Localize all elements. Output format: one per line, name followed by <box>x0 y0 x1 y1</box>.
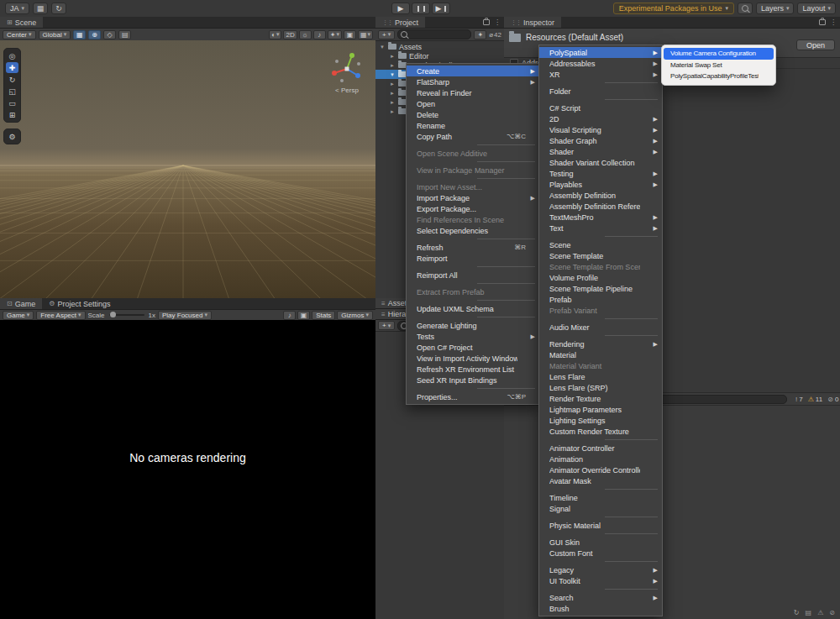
tool-handle-icon[interactable]: ◇ <box>103 30 116 39</box>
move-tool-icon[interactable]: ✚ <box>6 62 18 73</box>
search-icon[interactable] <box>738 3 753 14</box>
menu-item[interactable]: Properties... ⌥⌘P <box>407 391 539 402</box>
menu-item[interactable]: Lightmap Parameters <box>539 404 662 415</box>
menu-item[interactable]: Lighting Settings <box>539 415 662 426</box>
menu-item[interactable]: Reimport All <box>407 270 539 281</box>
menu-item[interactable]: Addressables ▶ <box>539 58 662 69</box>
display-dropdown[interactable]: Game▾ <box>3 311 34 320</box>
expand-arrow-icon[interactable]: ► <box>389 100 396 105</box>
open-button[interactable]: Open <box>796 39 835 50</box>
menu-item[interactable]: Timeline <box>539 492 662 503</box>
account-button[interactable]: JA▾ <box>5 3 29 14</box>
menu-item[interactable]: Open C# Project <box>407 342 539 353</box>
layers-dropdown[interactable]: Layers▾ <box>756 3 795 14</box>
menu-kebab-icon[interactable]: ⋮ <box>494 18 501 26</box>
menu-item[interactable]: Export Package... <box>407 203 539 214</box>
menu-item[interactable]: Animation <box>539 454 662 464</box>
tab-project-settings[interactable]: ⚙Project Settings <box>42 298 117 309</box>
menu-item[interactable]: XR ▶ <box>539 69 662 80</box>
rect-tool-icon[interactable]: ▭ <box>6 97 18 108</box>
game-viewport[interactable]: No cameras rendering <box>0 320 375 619</box>
menu-item[interactable]: Legacy ▶ <box>539 564 662 575</box>
menu-item[interactable]: Avatar Mask <box>539 475 662 486</box>
grid-snap-icon[interactable]: ▦ <box>73 30 86 39</box>
menu-item[interactable]: PolySpatialCapabilityProfileTest <box>664 71 774 82</box>
project-tree-row[interactable]: ▼ Assets <box>375 42 504 51</box>
menu-item[interactable]: Reimport <box>407 253 539 264</box>
view-tool-icon[interactable]: ◎ <box>6 50 18 61</box>
gizmos-dropdown[interactable]: Gizmos▾ <box>337 311 373 320</box>
tab-project[interactable]: ⋮⋮Project <box>375 17 425 28</box>
menu-item[interactable]: Volume Profile <box>539 272 662 283</box>
menu-item[interactable]: Custom Render Texture <box>539 426 662 437</box>
menu-item[interactable]: Tests ▶ <box>407 331 539 342</box>
menu-item[interactable]: C# Script <box>539 102 662 113</box>
rotate-tool-icon[interactable]: ↻ <box>6 74 18 85</box>
expand-arrow-icon[interactable]: ► <box>389 81 396 87</box>
menu-item[interactable]: Prefab <box>539 294 662 305</box>
menu-item[interactable]: Extract From Prefab <box>407 286 539 297</box>
menu-item[interactable]: Scene <box>539 239 662 250</box>
menu-item[interactable]: Select Dependencies <box>407 225 539 236</box>
menu-item[interactable]: Find References In Scene <box>407 214 539 225</box>
menu-item[interactable]: Custom Font <box>539 548 662 559</box>
hidden-packages-count[interactable]: ⌀42 <box>489 31 501 39</box>
orientation-gizmo[interactable] <box>330 50 364 84</box>
grid-overlay-icon[interactable]: ▦▾ <box>358 30 373 39</box>
menu-item[interactable]: Delete <box>407 109 539 120</box>
project-search-input[interactable] <box>409 31 468 39</box>
menu-item[interactable]: Refresh ⌘R <box>407 242 539 253</box>
menu-item[interactable]: Shader Graph ▶ <box>539 135 662 146</box>
scale-slider-knob[interactable] <box>110 312 116 317</box>
menu-item[interactable]: Testing ▶ <box>539 168 662 179</box>
menu-item[interactable]: PolySpatial ▶ <box>539 47 662 58</box>
menu-item[interactable]: Update UXML Schema <box>407 303 539 314</box>
menu-item[interactable]: Generate Lighting <box>407 320 539 331</box>
menu-item[interactable]: Shader ▶ <box>539 146 662 157</box>
history-icon[interactable]: ↻ <box>51 3 66 14</box>
favorites-icon[interactable]: ✦ <box>474 30 486 39</box>
menu-item[interactable]: Shader Variant Collection <box>539 157 662 168</box>
status-counter[interactable]: ⊘ 0 <box>827 396 838 403</box>
aspect-dropdown[interactable]: Free Aspect▾ <box>36 311 85 320</box>
console-log-icon[interactable]: ▤ <box>806 609 812 616</box>
hierarchy-create-button[interactable]: +▾ <box>378 321 395 330</box>
grid-axis-icon[interactable]: ▤ <box>118 30 131 39</box>
menu-item[interactable]: Material <box>539 349 662 360</box>
expand-arrow-icon[interactable]: ▼ <box>389 72 396 77</box>
menu-item[interactable]: Audio Mixer <box>539 322 662 333</box>
scene-viewport[interactable]: ◎ ✚ ↻ ◱ ▭ ⊞ ⚙ <box>0 40 375 298</box>
menu-item[interactable]: FlatSharp ▶ <box>407 76 539 87</box>
menu-item[interactable]: Assembly Definition <box>539 190 662 201</box>
mute-audio-icon[interactable]: ♪ <box>283 311 296 320</box>
scale-slider[interactable] <box>109 314 144 316</box>
audio-toggle-icon[interactable]: ♪ <box>313 30 326 39</box>
menu-item[interactable]: Material Swap Set <box>664 60 774 71</box>
menu-item[interactable]: Open <box>407 98 539 109</box>
expand-arrow-icon[interactable]: ► <box>389 54 396 59</box>
menu-item[interactable]: Reveal in Finder <box>407 87 539 98</box>
menu-item[interactable]: Seed XR Input Bindings <box>407 375 539 386</box>
menu-item[interactable]: Scene Template <box>539 250 662 261</box>
menu-item[interactable]: Open Scene Additive <box>407 148 539 159</box>
stats-button[interactable]: Stats <box>312 311 335 320</box>
expand-arrow-icon[interactable]: ► <box>389 109 396 114</box>
menu-item[interactable]: Lens Flare (SRP) <box>539 382 662 393</box>
menu-item[interactable]: Import Package ▶ <box>407 192 539 203</box>
project-tree-row[interactable]: ► Editor <box>375 51 504 60</box>
menu-item[interactable]: Create ▶ <box>407 66 539 76</box>
menu-item[interactable]: Prefab Variant <box>539 305 662 316</box>
scale-tool-icon[interactable]: ◱ <box>6 86 18 97</box>
tab-game[interactable]: ⊡Game <box>0 298 42 309</box>
menu-item[interactable]: Physic Material <box>539 520 662 531</box>
create-asset-button[interactable]: +▾ <box>378 30 395 39</box>
layout-dropdown[interactable]: Layout▾ <box>797 3 836 14</box>
menu-item[interactable]: View in Import Activity Window <box>407 353 539 364</box>
menu-item[interactable]: Rename <box>407 120 539 131</box>
menu-item[interactable]: UI Toolkit ▶ <box>539 575 662 586</box>
lock-icon[interactable] <box>483 19 490 25</box>
menu-item[interactable]: Signal <box>539 503 662 514</box>
menu-item[interactable]: Playables ▶ <box>539 179 662 190</box>
play-focused-dropdown[interactable]: Play Focused▾ <box>158 311 212 320</box>
menu-item[interactable]: Animator Override Controller <box>539 464 662 475</box>
